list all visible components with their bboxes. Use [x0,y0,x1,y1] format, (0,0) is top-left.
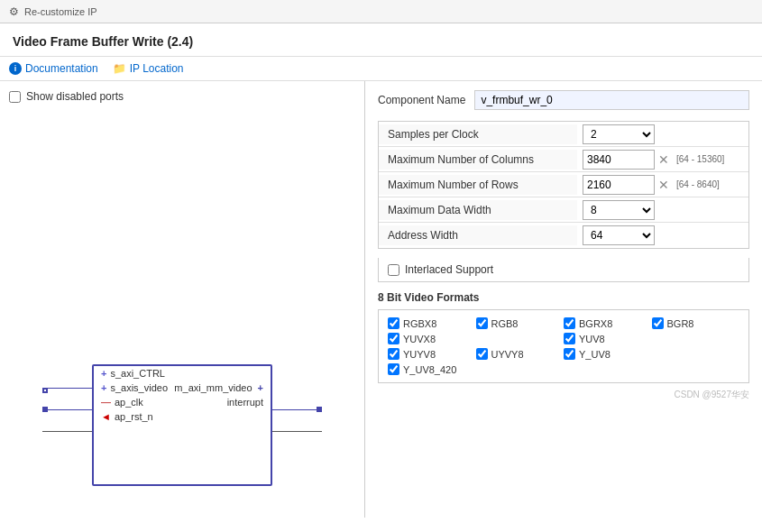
format-empty3 [652,348,740,360]
format-yuyv8-checkbox[interactable] [388,348,399,360]
param-label-max-rows: Maximum Number of Rows [379,175,577,195]
nav-links: i Documentation 📁 IP Location [0,57,762,81]
max-rows-clear-btn[interactable]: ✕ [658,179,669,191]
port-s-axi-ctrl: + s_axi_CTRL [94,366,271,381]
show-disabled-ports-checkbox[interactable] [9,91,21,103]
format-uyvy8-checkbox[interactable] [476,348,488,360]
format-y-uv8-420-checkbox[interactable] [388,363,399,375]
param-control-max-data-width: 8 10 12 16 [577,198,748,222]
interlaced-row: Interlaced Support [378,258,749,282]
param-row-max-columns: Maximum Number of Columns ✕ [64 - 15360] [379,147,748,172]
port-ap-rst-n: ◄ ap_rst_n [94,409,271,424]
port-right-interrupt: interrupt [227,397,263,408]
title-area: Video Frame Buffer Write (2.4) [0,23,762,57]
right-connector-1 [272,409,322,410]
formats-section: 8 Bit Video Formats RGBX8 RGB8 BGRX8 [378,291,749,383]
port-plus-icon: + [101,382,106,393]
max-data-width-select[interactable]: 8 10 12 16 [583,200,655,220]
left-panel: Show disabled ports + s_axi_CTRL + [0,81,365,518]
left-dot-2 [42,407,48,412]
doc-label: Documentation [25,62,98,75]
param-control-max-columns: ✕ [64 - 15360] [577,148,748,171]
max-rows-range: [64 - 8640] [676,179,720,189]
info-icon: i [9,62,22,75]
format-yuv8-label: YUV8 [579,334,605,344]
port-right-plus: + [258,382,263,393]
left-connector-1 [42,388,92,389]
format-yuvx8-label: YUVX8 [403,334,436,344]
block-diagram: + s_axi_CTRL + s_axis_video m_axi_mm_vid… [42,355,322,491]
format-bgr8: BGR8 [652,317,740,329]
ip-location-link[interactable]: 📁 IP Location [113,62,184,75]
param-row-address-width: Address Width 64 32 [379,223,748,248]
param-label-max-columns: Maximum Number of Columns [379,150,577,170]
param-control-address-width: 64 32 [577,224,748,247]
format-grid: RGBX8 RGB8 BGRX8 BGR8 [388,317,739,375]
format-yuyv8: YUYV8 [388,348,476,360]
left-connector-3 [42,431,92,432]
format-bgrx8: BGRX8 [564,317,652,329]
right-panel: Component Name Samples per Clock 2 1 4 8 [365,81,762,518]
max-columns-input[interactable] [583,150,655,170]
param-label-max-data-width: Maximum Data Width [379,200,577,220]
format-rgbx8-label: RGBX8 [403,318,436,329]
interlaced-label[interactable]: Interlaced Support [405,263,493,276]
component-name-row: Component Name [378,90,749,110]
format-bgr8-checkbox[interactable] [652,317,664,329]
show-disabled-ports-row: Show disabled ports [9,90,355,103]
page-title: Video Frame Buffer Write (2.4) [13,34,749,49]
right-connector-2 [272,431,322,432]
format-yuvx8-checkbox[interactable] [388,333,399,344]
samples-per-clock-select[interactable]: 2 1 4 8 [583,124,655,144]
right-dot-1 [317,407,322,412]
format-yuvx8: YUVX8 [388,333,476,344]
port-label: s_axis_video [110,382,168,393]
left-connector-2 [42,409,92,410]
port-minus-icon: — [101,397,111,408]
component-name-label: Component Name [378,94,465,106]
main-content: Show disabled ports + s_axi_CTRL + [0,81,762,518]
format-bgrx8-label: BGRX8 [579,318,612,329]
component-name-input[interactable] [474,90,749,110]
format-rgbx8: RGBX8 [388,317,476,329]
port-s-axis-video: + s_axis_video m_axi_mm_video + [94,381,271,395]
documentation-link[interactable]: i Documentation [9,62,98,75]
param-label-address-width: Address Width [379,225,577,245]
format-uyvy8-label: UYVY8 [491,349,524,360]
folder-icon: 📁 [113,62,126,75]
settings-icon: ⚙ [9,5,19,18]
address-width-select[interactable]: 64 32 [583,225,655,245]
port-arrow-icon: ◄ [101,411,111,422]
block-box: + s_axi_CTRL + s_axis_video m_axi_mm_vid… [92,364,272,486]
left-dot-1 [42,388,48,393]
format-rgbx8-checkbox[interactable] [388,317,399,329]
max-columns-range: [64 - 15360] [676,154,724,164]
port-right-label: m_axi_mm_video [174,382,252,393]
top-bar: ⚙ Re-customize IP [0,0,762,23]
interlaced-checkbox[interactable] [388,264,399,276]
format-rgb8-checkbox[interactable] [476,317,488,329]
format-y-uv8-420-label: Y_UV8_420 [403,364,456,375]
format-yuv8: YUV8 [564,333,652,344]
param-control-samples: 2 1 4 8 [577,123,748,146]
param-row-max-rows: Maximum Number of Rows ✕ [64 - 8640] [379,172,748,197]
port-label: s_axi_CTRL [110,368,165,379]
show-disabled-ports-label[interactable]: Show disabled ports [26,90,124,103]
format-empty2 [652,333,740,344]
port-label: ap_rst_n [115,411,153,422]
param-row-max-data-width: Maximum Data Width 8 10 12 16 [379,197,748,223]
port-label: ap_clk [115,397,143,408]
format-yuv8-checkbox[interactable] [564,333,575,344]
formats-container: RGBX8 RGB8 BGRX8 BGR8 [378,309,749,383]
format-rgb8: RGB8 [476,317,565,329]
max-rows-input[interactable] [583,175,655,195]
format-bgrx8-checkbox[interactable] [564,317,575,329]
param-control-max-rows: ✕ [64 - 8640] [577,173,748,197]
format-uyvy8: UYVY8 [476,348,565,360]
port-plus-icon: + [101,368,106,379]
max-columns-clear-btn[interactable]: ✕ [658,153,669,166]
watermark: CSDN @9527华安 [378,389,749,401]
format-y-uv8-420: Y_UV8_420 [388,363,476,375]
format-yuyv8-label: YUYV8 [403,349,436,360]
format-y-uv8-checkbox[interactable] [564,348,575,360]
